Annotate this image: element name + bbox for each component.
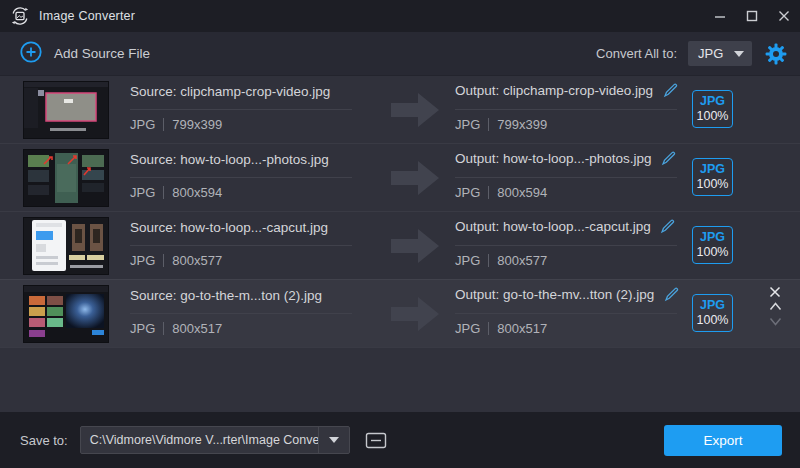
convert-all-format-select[interactable]: JPG	[688, 41, 752, 66]
divider	[455, 313, 677, 314]
edit-output-name-button[interactable]	[662, 82, 678, 98]
thumbnail-image	[24, 150, 108, 206]
convert-arrow-icon	[391, 294, 441, 338]
source-filename: Source: how-to-loop...-capcut.jpg	[130, 220, 328, 235]
close-icon	[769, 286, 781, 298]
output-filename: Output: clipchamp-crop-video.jpg	[455, 83, 653, 98]
output-meta: JPG800x577	[455, 253, 547, 268]
add-source-file-label: Add Source File	[54, 46, 150, 61]
title-bar: Image Converter	[0, 0, 800, 32]
conversion-list: Source: clipchamp-crop-video.jpg JPG799x…	[0, 76, 800, 412]
table-row[interactable]: Source: clipchamp-crop-video.jpg JPG799x…	[0, 76, 800, 144]
source-filename: Source: go-to-the-m...ton (2).jpg	[130, 288, 322, 303]
source-filename: Source: clipchamp-crop-video.jpg	[130, 84, 330, 99]
divider	[130, 177, 352, 178]
table-row[interactable]: Source: go-to-the-m...ton (2).jpg JPG800…	[0, 279, 800, 348]
convert-arrow-icon	[391, 90, 441, 134]
pencil-icon	[660, 219, 675, 234]
window-controls	[704, 0, 800, 32]
source-meta: JPG799x399	[130, 117, 222, 132]
divider	[130, 313, 352, 314]
export-button[interactable]: Export	[664, 425, 782, 456]
pencil-icon	[663, 83, 678, 98]
divider	[130, 245, 352, 246]
app-logo-icon	[10, 6, 30, 26]
divider	[130, 109, 352, 110]
output-format-badge[interactable]: JPG 100%	[692, 226, 733, 264]
maximize-button[interactable]	[736, 0, 768, 32]
thumbnail-image	[24, 286, 108, 342]
output-meta: JPG800x517	[455, 321, 547, 336]
table-row[interactable]: Source: how-to-loop...-capcut.jpg JPG800…	[0, 212, 800, 280]
source-meta: JPG800x577	[130, 253, 222, 268]
chevron-down-icon	[769, 317, 782, 326]
move-down-button[interactable]	[763, 314, 787, 329]
convert-arrow-icon	[391, 226, 441, 270]
save-to-label: Save to:	[20, 433, 68, 448]
move-up-button[interactable]	[763, 299, 787, 314]
row-controls	[763, 284, 787, 329]
add-plus-icon	[20, 41, 42, 67]
chevron-down-icon	[329, 437, 339, 443]
convert-all-format-value: JPG	[698, 46, 723, 61]
convert-arrow-icon	[391, 158, 441, 202]
folder-icon	[365, 431, 387, 450]
footer-bar: Save to: C:\Vidmore\Vidmore V...rter\Ima…	[0, 412, 800, 468]
chevron-up-icon	[769, 302, 782, 311]
browse-folder-button[interactable]	[363, 428, 389, 452]
output-format-badge[interactable]: JPG 100%	[692, 158, 733, 196]
source-meta: JPG800x594	[130, 185, 222, 200]
minimize-button[interactable]	[704, 0, 736, 32]
output-filename: Output: how-to-loop...-capcut.jpg	[455, 219, 651, 234]
pencil-icon	[661, 151, 676, 166]
source-filename: Source: how-to-loop...-photos.jpg	[130, 152, 329, 167]
pencil-icon	[664, 287, 679, 302]
save-path-value: C:\Vidmore\Vidmore V...rter\Image Conver…	[81, 433, 318, 447]
add-source-file-button[interactable]: Add Source File	[20, 41, 150, 67]
divider	[455, 109, 677, 110]
edit-output-name-button[interactable]	[663, 286, 679, 302]
divider	[455, 177, 677, 178]
convert-all-to-label: Convert All to:	[596, 46, 677, 61]
thumbnail-image	[24, 218, 108, 274]
thumbnail-image	[24, 82, 108, 138]
output-filename: Output: how-to-loop...-photos.jpg	[455, 151, 652, 166]
source-meta: JPG800x517	[130, 321, 222, 336]
gear-icon	[765, 43, 787, 65]
remove-row-button[interactable]	[763, 284, 787, 299]
output-format-badge[interactable]: JPG 100%	[692, 294, 733, 332]
app-title: Image Converter	[39, 9, 135, 23]
edit-output-name-button[interactable]	[660, 218, 676, 234]
output-meta: JPG799x399	[455, 117, 547, 132]
save-path-dropdown-button[interactable]	[318, 427, 349, 453]
table-row[interactable]: Source: how-to-loop...-photos.jpg JPG800…	[0, 144, 800, 212]
settings-gear-button[interactable]	[764, 42, 788, 66]
chevron-down-icon	[734, 51, 744, 57]
toolbar: Add Source File Convert All to: JPG	[0, 32, 800, 76]
output-format-badge[interactable]: JPG 100%	[692, 90, 733, 128]
save-path-select[interactable]: C:\Vidmore\Vidmore V...rter\Image Conver…	[80, 426, 350, 454]
close-button[interactable]	[768, 0, 800, 32]
output-meta: JPG800x594	[455, 185, 547, 200]
output-filename: Output: go-to-the-mv...tton (2).jpg	[455, 287, 654, 302]
divider	[455, 245, 677, 246]
edit-output-name-button[interactable]	[661, 150, 677, 166]
